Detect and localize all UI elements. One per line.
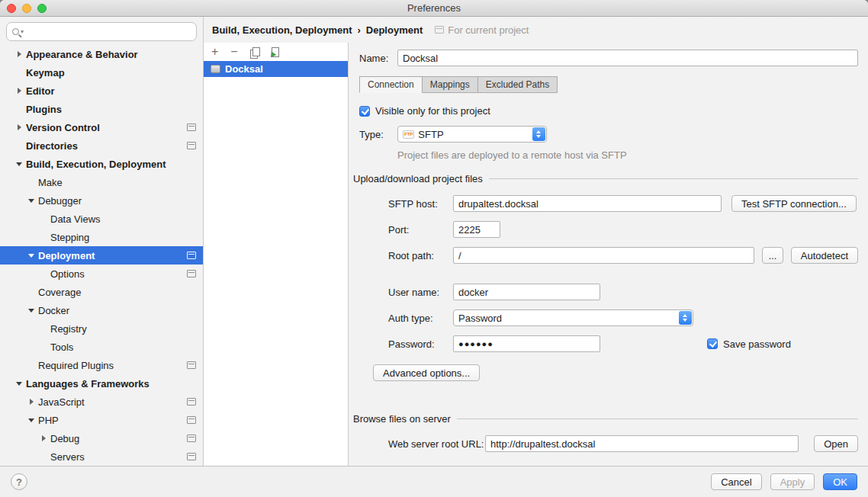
section-divider: [457, 418, 858, 419]
servers-toolbar: + −: [204, 43, 348, 61]
search-options-chevron-icon[interactable]: ▾: [21, 28, 24, 35]
open-button[interactable]: Open: [814, 435, 858, 452]
current-project-icon: [187, 123, 196, 131]
visible-only-checkbox[interactable]: [359, 106, 370, 117]
collapse-arrow-icon[interactable]: [38, 435, 49, 441]
tab-connection[interactable]: Connection: [359, 76, 423, 93]
sidebar-item-plugins[interactable]: Plugins: [0, 100, 203, 118]
expand-arrow-icon[interactable]: [14, 382, 24, 386]
sidebar-item-required-plugins[interactable]: Required Plugins: [0, 356, 203, 374]
upload-section-header: Upload/download project files: [353, 173, 858, 184]
expand-arrow-icon[interactable]: [26, 309, 37, 313]
footer-bar: ? Cancel Apply OK: [0, 466, 868, 497]
sidebar-item-servers[interactable]: Servers: [0, 447, 203, 466]
sidebar-item-data-views[interactable]: Data Views: [0, 210, 203, 228]
sidebar-item-editor[interactable]: Editor: [0, 82, 203, 100]
autodetect-button[interactable]: Autodetect: [791, 247, 858, 264]
browse-root-path-button[interactable]: ...: [762, 247, 783, 264]
window-title: Preferences: [407, 2, 461, 14]
expand-arrow-icon[interactable]: [26, 254, 37, 258]
titlebar: Preferences: [0, 0, 868, 17]
current-project-icon: [187, 453, 196, 460]
expand-arrow-icon[interactable]: [26, 418, 37, 422]
server-list-item-docksal[interactable]: Docksal: [204, 61, 348, 77]
sftp-type-icon: FTP: [403, 130, 414, 139]
type-dropdown[interactable]: FTP SFTP: [397, 126, 547, 143]
section-divider: [489, 178, 858, 179]
expand-arrow-icon[interactable]: [26, 199, 37, 203]
sidebar-item-php[interactable]: PHP: [0, 411, 203, 429]
breadcrumb-separator-icon: ›: [357, 24, 360, 36]
collapse-arrow-icon[interactable]: [14, 124, 24, 130]
servers-panel: + − Docksal: [204, 43, 349, 466]
sidebar-item-registry[interactable]: Registry: [0, 319, 203, 338]
user-name-input[interactable]: [453, 284, 600, 300]
sidebar-item-build-execution-deployment[interactable]: Build, Execution, Deployment: [0, 155, 203, 173]
sidebar-item-tools[interactable]: Tools: [0, 338, 203, 356]
traffic-lights: [7, 4, 47, 13]
save-password-label: Save password: [723, 338, 791, 350]
import-server-button[interactable]: [272, 47, 279, 57]
settings-search-box[interactable]: ▾: [6, 22, 197, 41]
sftp-host-input[interactable]: [453, 195, 722, 212]
save-password-checkbox[interactable]: [707, 338, 718, 349]
root-path-input[interactable]: [453, 247, 754, 264]
settings-tree: Appearance & Behavior Keymap Editor Plug…: [0, 45, 203, 466]
search-input[interactable]: [27, 26, 191, 37]
zoom-window-button[interactable]: [37, 4, 47, 13]
sidebar-item-debug[interactable]: Debug: [0, 429, 203, 447]
port-input[interactable]: [453, 221, 500, 238]
name-input[interactable]: [397, 50, 858, 66]
import-icon: [272, 47, 279, 57]
sidebar-item-make[interactable]: Make: [0, 173, 203, 191]
collapse-arrow-icon[interactable]: [26, 399, 37, 405]
sidebar-item-coverage[interactable]: Coverage: [0, 283, 203, 301]
current-project-icon: [187, 398, 196, 406]
sidebar-item-version-control[interactable]: Version Control: [0, 118, 203, 136]
close-window-button[interactable]: [7, 4, 16, 13]
current-project-icon: [187, 416, 196, 424]
current-project-icon: [187, 142, 196, 149]
sidebar-item-docker[interactable]: Docker: [0, 301, 203, 319]
current-project-icon: [187, 270, 196, 277]
auth-type-dropdown[interactable]: Password: [453, 309, 693, 326]
advanced-options-button[interactable]: Advanced options...: [373, 364, 480, 381]
tab-mappings[interactable]: Mappings: [422, 76, 478, 93]
port-row: Port:: [388, 221, 858, 238]
header-row: Build, Execution, Deployment › Deploymen…: [204, 17, 868, 43]
sidebar-item-keymap[interactable]: Keymap: [0, 63, 203, 82]
sidebar-item-stepping[interactable]: Stepping: [0, 228, 203, 246]
tab-excluded-paths[interactable]: Excluded Paths: [477, 76, 558, 93]
password-input[interactable]: [453, 335, 600, 352]
minimize-window-button[interactable]: [22, 4, 31, 13]
add-server-button[interactable]: +: [211, 46, 218, 58]
settings-sidebar: ▾ Appearance & Behavior Keymap Editor Pl…: [0, 17, 204, 466]
copy-server-button[interactable]: [250, 47, 259, 57]
sidebar-item-debugger[interactable]: Debugger: [0, 191, 203, 210]
sidebar-item-javascript[interactable]: JavaScript: [0, 393, 203, 411]
web-root-input[interactable]: [485, 435, 799, 452]
collapse-arrow-icon[interactable]: [14, 51, 24, 57]
web-root-label: Web server root URL:: [388, 438, 485, 450]
ok-button[interactable]: OK: [823, 473, 857, 490]
type-dropdown-value: SFTP: [418, 129, 443, 140]
sidebar-item-directories[interactable]: Directories: [0, 136, 203, 155]
browse-section-header: Browse files on server: [353, 413, 858, 425]
apply-button[interactable]: Apply: [770, 473, 815, 490]
sidebar-item-languages-frameworks[interactable]: Languages & Frameworks: [0, 374, 203, 393]
auth-type-value: Password: [458, 313, 502, 324]
cancel-button[interactable]: Cancel: [711, 473, 761, 490]
sidebar-item-deployment[interactable]: Deployment: [0, 246, 203, 265]
help-button[interactable]: ?: [11, 473, 27, 490]
type-row: Type: FTP SFTP: [359, 126, 858, 143]
dropdown-arrows-icon: [532, 127, 545, 141]
remove-server-button[interactable]: −: [230, 46, 237, 58]
expand-arrow-icon[interactable]: [14, 162, 24, 166]
port-label: Port:: [388, 224, 453, 236]
save-password-row: Save password: [707, 338, 791, 350]
sidebar-item-options[interactable]: Options: [0, 265, 203, 283]
collapse-arrow-icon[interactable]: [14, 88, 24, 94]
test-sftp-connection-button[interactable]: Test SFTP connection...: [731, 195, 857, 212]
for-current-project-label: For current project: [448, 24, 529, 36]
sidebar-item-appearance-behavior[interactable]: Appearance & Behavior: [0, 45, 203, 63]
